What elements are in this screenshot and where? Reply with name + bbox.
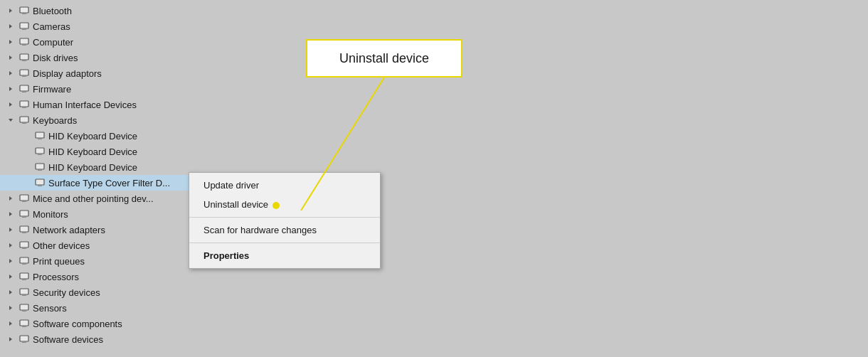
- expand-icon[interactable]: [6, 68, 16, 78]
- tree-item[interactable]: HID Keyboard Device: [0, 144, 213, 159]
- svg-rect-14: [22, 76, 26, 77]
- expand-icon[interactable]: [6, 287, 16, 297]
- expand-icon[interactable]: [6, 334, 16, 344]
- expand-icon[interactable]: [6, 256, 16, 266]
- svg-rect-60: [20, 336, 28, 341]
- tree-item-label: Mice and other pointing dev...: [33, 193, 154, 204]
- expand-icon[interactable]: [6, 84, 16, 94]
- context-menu: Update driverUninstall deviceScan for ha…: [189, 172, 381, 269]
- tree-item[interactable]: Network adapters: [0, 222, 213, 238]
- tree-item[interactable]: Print queues: [0, 253, 213, 269]
- svg-rect-5: [22, 29, 26, 30]
- tree-item[interactable]: Processors: [0, 269, 213, 284]
- expand-icon[interactable]: [6, 115, 16, 125]
- callout-box: Uninstall device: [306, 39, 462, 78]
- device-icon: [18, 52, 30, 63]
- tree-item-label: Surface Type Cover Filter D...: [48, 178, 170, 188]
- tree-item[interactable]: Firmware: [0, 81, 213, 97]
- svg-rect-17: [22, 92, 26, 92]
- tree-item-label: Network adapters: [33, 225, 105, 235]
- device-icon: [34, 146, 46, 157]
- device-icon: [18, 318, 30, 329]
- svg-rect-20: [22, 107, 26, 108]
- svg-rect-23: [22, 123, 26, 124]
- svg-rect-34: [22, 201, 26, 202]
- tree-item[interactable]: Mice and other pointing dev...: [0, 191, 213, 206]
- tree-item[interactable]: Display adaptors: [0, 65, 213, 81]
- tree-item[interactable]: Keyboards: [0, 112, 213, 128]
- expand-icon[interactable]: [6, 209, 16, 219]
- svg-rect-11: [22, 60, 26, 61]
- tree-item-label: Computer: [33, 37, 73, 48]
- svg-rect-4: [20, 23, 28, 28]
- svg-marker-18: [9, 102, 12, 107]
- svg-rect-1: [20, 7, 28, 13]
- context-menu-item-update-driver[interactable]: Update driver: [189, 176, 380, 195]
- svg-rect-46: [22, 264, 26, 265]
- tree-item[interactable]: Software devices: [0, 331, 213, 347]
- device-icon: [18, 83, 30, 95]
- expand-icon[interactable]: [21, 146, 31, 156]
- svg-rect-2: [22, 14, 26, 14]
- tree-item[interactable]: Human Interface Devices: [0, 97, 213, 112]
- device-icon: [18, 5, 30, 16]
- svg-rect-25: [38, 139, 42, 139]
- tree-item-label: Cameras: [33, 21, 70, 32]
- tree-item-label: Software components: [33, 319, 122, 329]
- tree-item[interactable]: HID Keyboard Device: [0, 128, 213, 144]
- svg-rect-26: [36, 148, 44, 154]
- svg-rect-29: [38, 170, 42, 171]
- expand-icon[interactable]: [6, 6, 16, 16]
- device-icon: [18, 21, 30, 32]
- expand-icon[interactable]: [6, 53, 16, 63]
- expand-icon[interactable]: [6, 225, 16, 235]
- tree-item[interactable]: Computer: [0, 34, 213, 50]
- svg-rect-37: [22, 217, 26, 218]
- svg-marker-56: [9, 321, 12, 326]
- tree-item[interactable]: Surface Type Cover Filter D...: [0, 175, 213, 191]
- device-icon: [18, 240, 30, 251]
- tree-item-label: HID Keyboard Device: [48, 146, 137, 157]
- svg-marker-35: [9, 212, 12, 216]
- svg-marker-47: [9, 275, 12, 279]
- expand-icon[interactable]: [6, 193, 16, 203]
- context-menu-item-scan-hardware[interactable]: Scan for hardware changes: [189, 220, 380, 240]
- expand-icon[interactable]: [6, 37, 16, 47]
- expand-icon[interactable]: [6, 21, 16, 31]
- tree-item[interactable]: Security devices: [0, 284, 213, 300]
- tree-item[interactable]: Software components: [0, 316, 213, 331]
- device-icon: [18, 114, 30, 126]
- svg-rect-58: [22, 326, 26, 327]
- svg-marker-15: [9, 87, 12, 91]
- tree-item[interactable]: Bluetooth: [0, 3, 213, 18]
- svg-rect-28: [36, 164, 44, 169]
- tree-item[interactable]: Sensors: [0, 300, 213, 316]
- expand-icon[interactable]: [21, 178, 31, 188]
- tree-item[interactable]: Cameras: [0, 18, 213, 34]
- svg-rect-39: [20, 226, 28, 232]
- svg-rect-49: [22, 279, 26, 280]
- tree-item[interactable]: Monitors: [0, 206, 213, 222]
- svg-rect-19: [20, 101, 28, 107]
- svg-marker-9: [9, 55, 12, 60]
- svg-marker-0: [9, 9, 12, 13]
- svg-rect-51: [20, 289, 28, 294]
- svg-rect-42: [20, 242, 28, 247]
- tree-item[interactable]: Disk drives: [0, 50, 213, 65]
- context-menu-item-properties[interactable]: Properties: [189, 246, 380, 265]
- svg-rect-36: [20, 211, 28, 216]
- expand-icon[interactable]: [6, 240, 16, 250]
- expand-icon[interactable]: [6, 272, 16, 282]
- expand-icon[interactable]: [6, 100, 16, 110]
- svg-marker-41: [9, 243, 12, 247]
- context-menu-item-uninstall-device[interactable]: Uninstall device: [189, 195, 380, 214]
- expand-icon[interactable]: [21, 162, 31, 172]
- svg-rect-24: [36, 132, 44, 138]
- svg-rect-43: [22, 248, 26, 249]
- tree-item[interactable]: HID Keyboard Device: [0, 159, 213, 175]
- tree-item[interactable]: Other devices: [0, 238, 213, 253]
- expand-icon[interactable]: [21, 131, 31, 141]
- expand-icon[interactable]: [6, 319, 16, 329]
- device-tree: Bluetooth Cameras Computer Disk drives D…: [0, 0, 213, 357]
- expand-icon[interactable]: [6, 303, 16, 313]
